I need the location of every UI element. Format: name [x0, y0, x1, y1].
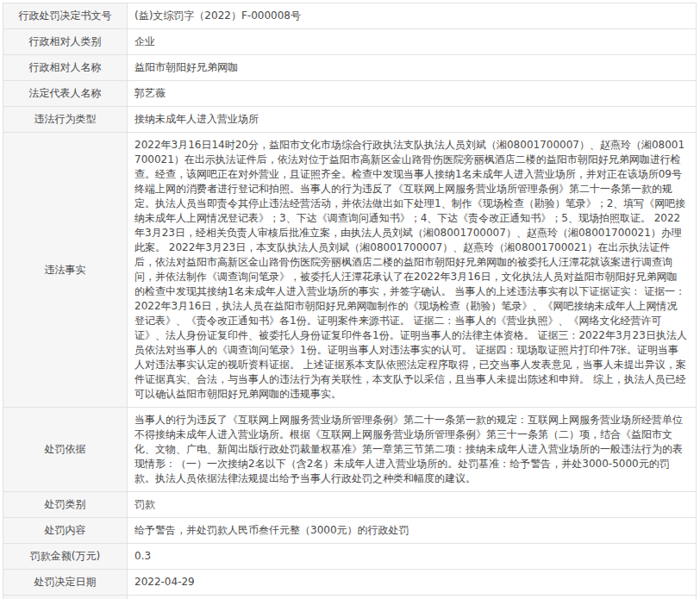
row-value-counterpart-type: 企业: [128, 29, 697, 55]
row-value-decision-doc-number: (益)文综罚字（2022）F-000008号: [128, 3, 697, 29]
table-row: 处罚依据 当事人的行为违反了《互联网上网服务营业场所管理条例》第二十一条第一款的…: [3, 408, 697, 492]
table-row: 罚款金额(万元) 0.3: [3, 544, 697, 570]
table-row: 处罚机关 益阳市文化旅游广电体育局: [3, 596, 697, 599]
row-value-violation-facts: 2022年3月16日14时20分，益阳市文化市场综合行政执法支队执法人员刘斌（湘…: [128, 133, 697, 408]
penalty-record-table: 行政处罚决定书文号 (益)文综罚字（2022）F-000008号 行政相对人类别…: [3, 3, 697, 599]
table-row: 行政处罚决定书文号 (益)文综罚字（2022）F-000008号: [3, 3, 697, 29]
penalty-record-page: 行政处罚决定书文号 (益)文综罚字（2022）F-000008号 行政相对人类别…: [0, 0, 700, 599]
table-row: 处罚决定日期 2022-04-29: [3, 570, 697, 596]
row-value-penalty-authority: 益阳市文化旅游广电体育局: [128, 596, 697, 599]
row-label-decision-date: 处罚决定日期: [3, 570, 128, 596]
row-value-counterpart-name: 益阳市朝阳好兄弟网咖: [128, 55, 697, 81]
row-label-counterpart-name: 行政相对人名称: [3, 55, 128, 81]
row-value-penalty-content: 给予警告，并处罚款人民币叁仟元整（3000元）的行政处罚: [128, 518, 697, 544]
row-value-decision-date: 2022-04-29: [128, 570, 697, 596]
table-row: 法定代表人名称 郭艺薇: [3, 81, 697, 107]
row-label-violation-type: 违法行为类型: [3, 107, 128, 133]
row-label-penalty-basis: 处罚依据: [3, 408, 128, 492]
row-label-legal-representative: 法定代表人名称: [3, 81, 128, 107]
row-value-legal-representative: 郭艺薇: [128, 81, 697, 107]
row-label-penalty-category: 处罚类别: [3, 492, 128, 518]
row-label-violation-facts: 违法事实: [3, 133, 128, 408]
table-row: 违法行为类型 接纳未成年人进入营业场所: [3, 107, 697, 133]
table-row: 处罚内容 给予警告，并处罚款人民币叁仟元整（3000元）的行政处罚: [3, 518, 697, 544]
row-value-penalty-category: 罚款: [128, 492, 697, 518]
table-row: 行政相对人类别 企业: [3, 29, 697, 55]
row-label-decision-doc-number: 行政处罚决定书文号: [3, 3, 128, 29]
row-label-penalty-content: 处罚内容: [3, 518, 128, 544]
table-row: 违法事实 2022年3月16日14时20分，益阳市文化市场综合行政执法支队执法人…: [3, 133, 697, 408]
table-row: 行政相对人名称 益阳市朝阳好兄弟网咖: [3, 55, 697, 81]
row-label-counterpart-type: 行政相对人类别: [3, 29, 128, 55]
row-label-fine-amount: 罚款金额(万元): [3, 544, 128, 570]
row-value-fine-amount: 0.3: [128, 544, 697, 570]
row-value-violation-type: 接纳未成年人进入营业场所: [128, 107, 697, 133]
row-value-penalty-basis: 当事人的行为违反了《互联网上网服务营业场所管理条例》第二十一条第一款的规定：互联…: [128, 408, 697, 492]
table-row: 处罚类别 罚款: [3, 492, 697, 518]
row-label-penalty-authority: 处罚机关: [3, 596, 128, 599]
